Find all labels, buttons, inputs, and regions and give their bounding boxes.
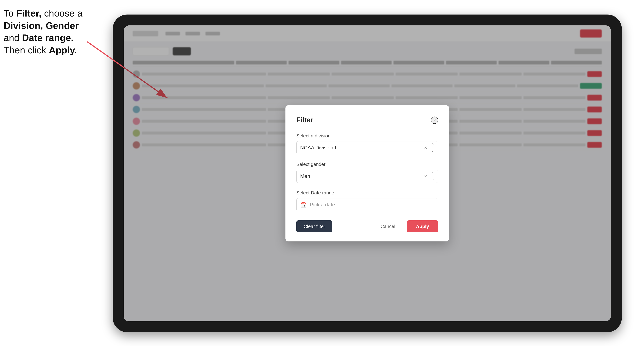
instruction-and: and [4, 32, 22, 43]
modal-overlay: Filter × Select a division NCAA Division… [124, 25, 611, 321]
modal-footer: Clear filter Cancel Apply [296, 220, 438, 232]
gender-value: Men [300, 173, 310, 179]
cancel-button[interactable]: Cancel [373, 220, 402, 232]
date-form-group: Select Date range 📅 Pick a date [296, 190, 438, 211]
calendar-icon: 📅 [300, 202, 307, 208]
instruction-filter-word: Filter, [16, 8, 42, 18]
tablet-screen: Filter × Select a division NCAA Division… [124, 25, 611, 321]
division-form-group: Select a division NCAA Division I × ⌃⌄ [296, 133, 438, 154]
gender-form-group: Select gender Men × ⌃⌄ [296, 162, 438, 183]
tablet-device: Filter × Select a division NCAA Division… [113, 14, 622, 332]
division-clear-icon[interactable]: × [424, 145, 427, 151]
division-select-controls: × ⌃⌄ [424, 143, 434, 153]
clear-filter-button[interactable]: Clear filter [296, 220, 332, 232]
division-select[interactable]: NCAA Division I × ⌃⌄ [296, 141, 438, 154]
division-label: Select a division [296, 133, 438, 139]
gender-select[interactable]: Men × ⌃⌄ [296, 170, 438, 183]
division-chevron-icon: ⌃⌄ [431, 143, 434, 153]
footer-right-buttons: Cancel Apply [373, 220, 438, 232]
apply-button[interactable]: Apply [407, 220, 438, 232]
date-label: Select Date range [296, 190, 438, 196]
date-placeholder: Pick a date [310, 202, 335, 208]
instruction-division-gender: Division, Gender [4, 20, 79, 31]
instruction-then-click: Then click [4, 45, 49, 55]
filter-modal: Filter × Select a division NCAA Division… [286, 105, 449, 241]
modal-close-button[interactable]: × [431, 117, 438, 124]
modal-title: Filter [296, 116, 313, 124]
instruction-block: To Filter, choose a Division, Gender and… [4, 7, 109, 56]
gender-select-controls: × ⌃⌄ [424, 171, 434, 181]
instruction-apply: Apply. [49, 45, 77, 55]
division-value: NCAA Division I [300, 145, 336, 151]
gender-chevron-icon: ⌃⌄ [431, 171, 434, 181]
gender-clear-icon[interactable]: × [424, 173, 427, 179]
instruction-date-range: Date range. [22, 32, 74, 43]
gender-label: Select gender [296, 162, 438, 167]
modal-header: Filter × [296, 116, 438, 124]
date-input[interactable]: 📅 Pick a date [296, 198, 438, 211]
